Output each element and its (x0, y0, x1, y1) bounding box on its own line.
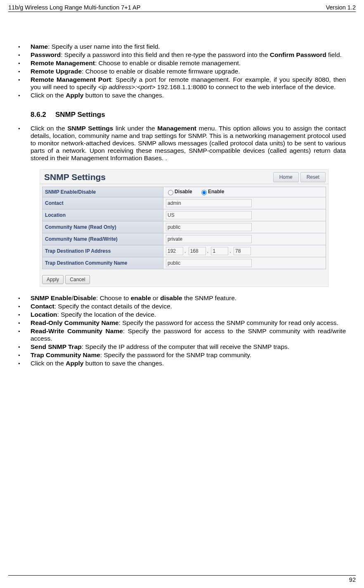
bullet-rw: Read-Write Community Name: Specify the p… (31, 327, 346, 342)
snmp-table: SNMP Enable/Disable Disable Enable Conta… (42, 187, 326, 269)
row-rw-label: Community Name (Read/Write) (43, 233, 163, 245)
section-heading-862: 8.6.2SNMP Settings (31, 111, 346, 119)
radio-disable[interactable] (168, 190, 173, 195)
bullet-intro-862: Click on the SNMP Settings link under th… (31, 125, 346, 162)
cancel-button[interactable]: Cancel (65, 275, 90, 284)
row-enable-value: Disable Enable (163, 187, 326, 197)
header-right: Version 1.2 (326, 4, 356, 11)
bullet-list-snmp-desc: SNMP Enable/Disable: Choose to enable or… (18, 294, 346, 367)
trap-community-input[interactable] (166, 259, 252, 267)
bullet-remote-port: Remote Management Port: Specify a port f… (31, 76, 346, 91)
radio-enable[interactable] (201, 190, 207, 195)
bullet-apply: Click on the Apply button to save the ch… (31, 92, 346, 99)
bullet-snmp-enable: SNMP Enable/Disable: Choose to enable or… (31, 294, 346, 302)
bullet-trap-cn: Trap Community Name: Specify the passwor… (31, 351, 346, 359)
ip-octet-4[interactable] (234, 247, 251, 255)
radio-enable-label[interactable]: Enable (199, 189, 224, 194)
bullet-remote-mgmt: Remote Management: Choose to enable or d… (31, 59, 346, 67)
panel-title: SNMP Settings (44, 172, 272, 182)
community-rw-input[interactable] (166, 235, 252, 243)
bullet-name: Name: Specify a user name into the first… (31, 43, 346, 50)
panel-header: SNMP Settings Home Reset (40, 170, 328, 184)
row-enable-label: SNMP Enable/Disable (43, 187, 163, 197)
snmp-settings-panel: SNMP Settings Home Reset SNMP Enable/Dis… (40, 169, 329, 287)
ip-octet-1[interactable] (166, 247, 183, 255)
panel-button-row: Apply Cancel (40, 273, 328, 287)
reset-button[interactable]: Reset (300, 172, 326, 182)
contact-input[interactable] (166, 199, 252, 207)
page-header: 11b/g Wireless Long Range Multi-function… (8, 4, 356, 12)
row-contact-label: Contact (43, 197, 163, 209)
bullet-list-intro: Click on the SNMP Settings link under th… (18, 125, 346, 162)
row-ro-label: Community Name (Read Only) (43, 221, 163, 233)
bullet-remote-upgrade: Remote Upgrade: Choose to enable or disa… (31, 68, 346, 75)
bullet-list-admin: Name: Specify a user name into the first… (18, 43, 346, 99)
bullet-ro: Read-Only Community Name: Specify the pa… (31, 319, 346, 327)
row-trapip-label: Trap Destination IP Address (43, 245, 163, 257)
header-left: 11b/g Wireless Long Range Multi-function… (8, 4, 140, 11)
bullet-apply2: Click on the Apply button to save the ch… (31, 360, 346, 367)
bullet-location: Location: Specify the location of the de… (31, 311, 346, 318)
bullet-password: Password: Specify a password into this f… (31, 51, 346, 59)
radio-disable-label[interactable]: Disable (166, 189, 192, 194)
page-number: 92 (349, 576, 356, 583)
page-footer: 92 (8, 575, 356, 583)
home-button[interactable]: Home (273, 172, 299, 182)
row-trapcn-label: Trap Destination Community Name (43, 257, 163, 269)
location-input[interactable] (166, 211, 252, 219)
bullet-trap: Send SNMP Trap: Specify the IP address o… (31, 343, 346, 351)
content-area: Name: Specify a user name into the first… (8, 12, 356, 367)
row-trapip-value: . . . (163, 245, 326, 257)
row-location-label: Location (43, 209, 163, 221)
ip-octet-2[interactable] (189, 247, 206, 255)
bullet-contact: Contact: Specify the contact details of … (31, 303, 346, 310)
apply-button[interactable]: Apply (42, 275, 64, 284)
ip-octet-3[interactable] (211, 247, 228, 255)
community-ro-input[interactable] (166, 223, 252, 231)
